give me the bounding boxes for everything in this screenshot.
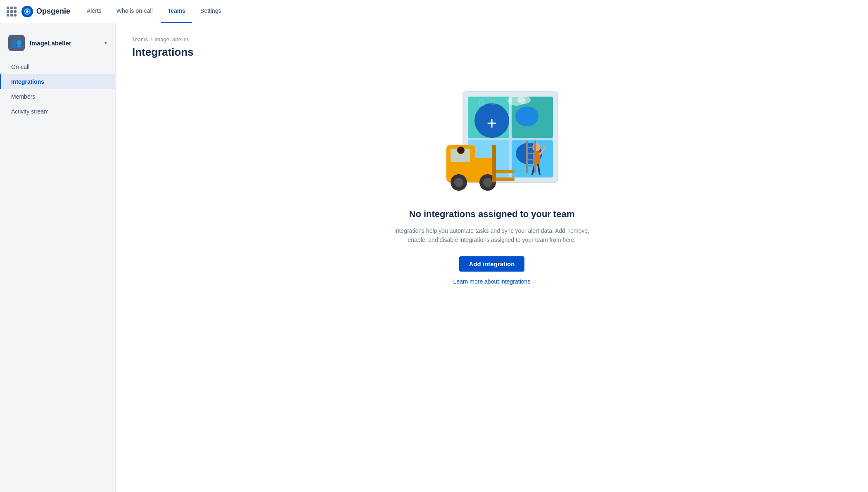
breadcrumb-current: ImageLabeller bbox=[154, 36, 188, 43]
add-integration-button[interactable]: Add integration bbox=[459, 256, 525, 272]
app-name: Opsgenie bbox=[36, 7, 70, 16]
svg-point-10 bbox=[515, 106, 538, 126]
sidebar-item-members[interactable]: Members bbox=[0, 89, 115, 104]
nav-who-is-on-call[interactable]: Who is on-call bbox=[110, 0, 159, 23]
chevron-down-icon: ▾ bbox=[104, 40, 107, 46]
opsgenie-logo-icon bbox=[21, 6, 33, 17]
empty-state-description: Integrations help you automate tasks and… bbox=[393, 226, 591, 245]
breadcrumb-separator: / bbox=[150, 36, 152, 43]
empty-state: + bbox=[368, 75, 616, 293]
svg-point-1 bbox=[26, 10, 28, 13]
top-nav: Opsgenie Alerts Who is on-call Teams Set… bbox=[0, 0, 868, 23]
svg-point-30 bbox=[483, 178, 492, 187]
learn-more-link[interactable]: Learn more about integrations bbox=[453, 278, 531, 285]
breadcrumb-teams[interactable]: Teams bbox=[132, 36, 148, 43]
svg-point-26 bbox=[457, 147, 465, 154]
sidebar-item-activity-stream[interactable]: Activity stream bbox=[0, 104, 115, 119]
svg-point-37 bbox=[517, 96, 531, 104]
logo[interactable]: Opsgenie bbox=[21, 6, 70, 17]
team-avatar: 👥 bbox=[8, 35, 25, 51]
nav-links: Alerts Who is on-call Teams Settings bbox=[80, 0, 228, 23]
svg-text:⚙: ⚙ bbox=[490, 98, 496, 106]
empty-state-title: No integrations assigned to your team bbox=[409, 209, 575, 220]
team-name: ImageLabeller bbox=[30, 40, 104, 47]
team-avatar-icon: 👥 bbox=[12, 38, 22, 48]
breadcrumb: Teams / ImageLabeller bbox=[132, 36, 851, 43]
team-header[interactable]: 👥 ImageLabeller ▾ bbox=[0, 30, 115, 56]
svg-rect-32 bbox=[494, 177, 515, 181]
svg-rect-33 bbox=[492, 145, 496, 182]
grid-menu-icon[interactable] bbox=[7, 7, 17, 17]
svg-rect-31 bbox=[494, 170, 515, 173]
svg-text:+: + bbox=[487, 114, 497, 133]
sidebar: 👥 ImageLabeller ▾ On-call Integrations M… bbox=[0, 23, 116, 492]
nav-settings[interactable]: Settings bbox=[194, 0, 228, 23]
main-content: Teams / ImageLabeller Integrations bbox=[116, 23, 868, 492]
sidebar-item-on-call[interactable]: On-call bbox=[0, 59, 115, 74]
svg-text:⚙: ⚙ bbox=[477, 98, 486, 108]
svg-point-28 bbox=[454, 178, 463, 187]
integrations-illustration: + bbox=[422, 83, 562, 199]
layout: 👥 ImageLabeller ▾ On-call Integrations M… bbox=[0, 23, 868, 492]
page-title: Integrations bbox=[132, 46, 851, 59]
sidebar-nav: On-call Integrations Members Activity st… bbox=[0, 59, 115, 119]
sidebar-item-integrations[interactable]: Integrations bbox=[0, 74, 115, 89]
nav-teams[interactable]: Teams bbox=[161, 0, 192, 23]
nav-alerts[interactable]: Alerts bbox=[80, 0, 108, 23]
